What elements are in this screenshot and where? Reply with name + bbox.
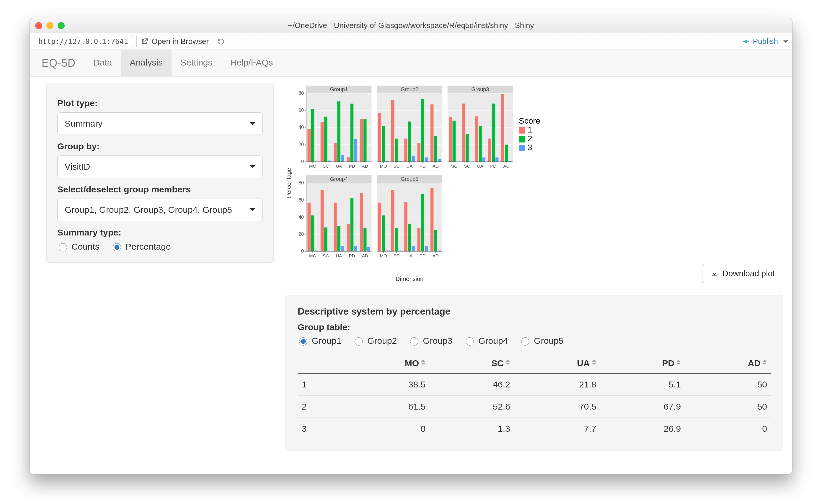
svg-rect-26 <box>321 122 324 162</box>
publish-button[interactable]: Publish <box>742 37 788 46</box>
svg-text:UA: UA <box>407 253 413 258</box>
svg-rect-27 <box>324 117 327 162</box>
plot-type-select[interactable]: Summary <box>57 112 263 135</box>
maximize-window-icon[interactable] <box>58 22 65 29</box>
download-plot-button[interactable]: Download plot <box>702 264 783 283</box>
svg-rect-174 <box>391 190 394 251</box>
svg-rect-31 <box>334 143 337 162</box>
svg-rect-56 <box>378 113 381 162</box>
svg-rect-100 <box>475 116 478 162</box>
app-content: Plot type: Summary Group by: VisitID Sel… <box>30 77 792 474</box>
svg-rect-32 <box>337 102 340 162</box>
svg-text:3: 3 <box>528 143 532 152</box>
members-select[interactable]: Group1, Group2, Group3, Group4, Group5 <box>57 199 263 221</box>
svg-text:60: 60 <box>299 197 304 202</box>
svg-rect-90 <box>449 117 452 162</box>
minimize-window-icon[interactable] <box>46 22 53 29</box>
svg-text:UA: UA <box>407 163 413 168</box>
svg-rect-91 <box>453 121 456 162</box>
svg-rect-62 <box>395 139 398 162</box>
svg-text:Dimension: Dimension <box>396 276 423 282</box>
svg-text:40: 40 <box>299 125 304 130</box>
app-brand: EQ-5D <box>39 50 84 76</box>
svg-rect-186 <box>425 246 428 251</box>
svg-text:AD: AD <box>503 163 509 168</box>
reload-button[interactable] <box>217 38 225 45</box>
svg-text:1: 1 <box>528 125 532 134</box>
svg-rect-41 <box>360 119 363 162</box>
svg-text:SC: SC <box>323 253 329 258</box>
tab-data[interactable]: Data <box>84 50 121 76</box>
group-radio-group4[interactable]: Group4 <box>464 336 508 346</box>
svg-rect-38 <box>354 139 357 162</box>
svg-rect-144 <box>334 203 337 251</box>
tab-analysis[interactable]: Analysis <box>121 50 171 76</box>
address-bar[interactable]: http://127.0.0.1:7641 <box>34 36 132 47</box>
svg-text:Group5: Group5 <box>401 176 418 182</box>
group-radio-group2[interactable]: Group2 <box>353 336 397 346</box>
svg-rect-61 <box>391 100 394 162</box>
svg-text:20: 20 <box>299 142 304 147</box>
svg-rect-73 <box>425 158 428 162</box>
svg-rect-105 <box>488 139 491 162</box>
column-ua[interactable]: UA <box>514 353 600 373</box>
svg-rect-21 <box>307 129 310 162</box>
table-row: 138.546.221.85.150 <box>298 373 771 396</box>
svg-text:SC: SC <box>393 163 399 168</box>
tab-settings[interactable]: Settings <box>171 50 221 76</box>
svg-rect-180 <box>408 224 411 251</box>
open-in-browser-button[interactable]: Open in Browser <box>141 37 209 46</box>
svg-rect-37 <box>351 104 353 162</box>
svg-text:UA: UA <box>477 163 483 168</box>
svg-rect-184 <box>417 228 420 251</box>
svg-rect-175 <box>395 228 398 251</box>
svg-text:Group4: Group4 <box>330 176 348 182</box>
svg-text:80: 80 <box>299 91 304 96</box>
svg-rect-169 <box>378 203 381 251</box>
svg-text:AD: AD <box>362 253 368 258</box>
tab-help-faqs[interactable]: Help/FAQs <box>222 50 282 76</box>
close-window-icon[interactable] <box>35 22 42 29</box>
sidebar-panel: Plot type: Summary Group by: VisitID Sel… <box>46 83 274 263</box>
column-pd[interactable]: PD <box>600 353 685 373</box>
svg-text:80: 80 <box>299 180 304 185</box>
chevron-down-icon <box>250 208 256 214</box>
sort-icon <box>762 359 767 366</box>
svg-rect-95 <box>462 104 465 162</box>
group-by-select[interactable]: VisitID <box>57 156 263 178</box>
svg-rect-155 <box>364 228 366 251</box>
svg-text:SC: SC <box>393 253 399 258</box>
svg-text:UA: UA <box>336 163 342 168</box>
column-sc[interactable]: SC <box>430 353 514 373</box>
window-title: ~/OneDrive - University of Glasgow/works… <box>30 21 792 30</box>
row-header-column[interactable] <box>298 353 339 373</box>
group-radio-group5[interactable]: Group5 <box>520 336 563 346</box>
svg-rect-134 <box>307 203 310 251</box>
svg-text:AD: AD <box>362 163 368 168</box>
svg-point-0 <box>745 40 747 43</box>
column-ad[interactable]: AD <box>685 353 771 373</box>
svg-rect-78 <box>438 159 441 162</box>
mac-titlebar: ~/OneDrive - University of Glasgow/works… <box>30 18 792 33</box>
svg-rect-66 <box>404 139 407 162</box>
svg-rect-28 <box>328 161 331 162</box>
summary-type-radio-percentage[interactable]: Percentage <box>111 242 171 252</box>
svg-text:PD: PD <box>349 253 355 258</box>
svg-text:Group3: Group3 <box>471 86 489 92</box>
members-label: Select/deselect group members <box>57 184 263 194</box>
svg-rect-196 <box>519 127 525 134</box>
group-radio-group3[interactable]: Group3 <box>409 336 452 346</box>
svg-rect-149 <box>347 224 350 251</box>
group-radio-group1[interactable]: Group1 <box>298 336 341 346</box>
publish-icon <box>742 38 750 45</box>
svg-rect-135 <box>311 215 314 251</box>
summary-type-radio-counts[interactable]: Counts <box>57 242 99 252</box>
svg-text:0: 0 <box>301 249 304 254</box>
svg-rect-72 <box>421 99 424 162</box>
svg-rect-33 <box>341 155 344 162</box>
column-mo[interactable]: MO <box>339 353 430 373</box>
sort-icon <box>421 359 425 366</box>
svg-rect-190 <box>434 230 437 252</box>
svg-rect-22 <box>311 109 314 162</box>
svg-rect-198 <box>519 136 525 143</box>
